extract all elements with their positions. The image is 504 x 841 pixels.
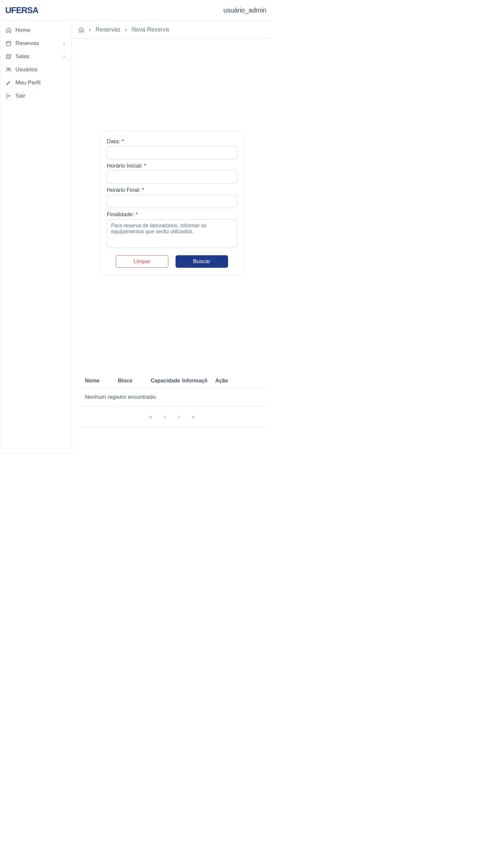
breadcrumb-item[interactable]: Reservas bbox=[95, 26, 121, 33]
finalidade-label: Finalidade: * bbox=[107, 211, 237, 218]
data-label: Data: * bbox=[107, 138, 237, 145]
main-layout: Home Reservas Salas Usuários bbox=[0, 21, 272, 453]
pagination: « ‹ › » bbox=[78, 407, 265, 427]
search-button[interactable]: Buscar bbox=[176, 255, 228, 268]
header: UFERSA usuário_admin bbox=[0, 0, 272, 21]
column-nome: Nome bbox=[85, 378, 118, 384]
users-icon bbox=[5, 67, 12, 73]
logout-icon bbox=[5, 93, 12, 99]
svg-marker-4 bbox=[6, 54, 11, 59]
user-name[interactable]: usuário_admin bbox=[223, 6, 267, 14]
home-icon bbox=[5, 27, 12, 33]
table-empty-message: Nenhum registro encontrado. bbox=[78, 388, 265, 407]
clear-button[interactable]: Limpar bbox=[116, 255, 168, 268]
svg-rect-0 bbox=[6, 42, 11, 46]
horario-inicial-input[interactable] bbox=[107, 171, 237, 184]
column-acao: Ação bbox=[215, 378, 235, 384]
sidebar-item-label: Sair bbox=[15, 93, 25, 99]
chevron-right-icon bbox=[88, 28, 92, 32]
column-bloco: Bloco bbox=[118, 378, 150, 384]
finalidade-input[interactable] bbox=[107, 219, 237, 248]
form-card: Data: * Horário Inicial: * Horário Final… bbox=[100, 131, 244, 275]
sidebar-item-label: Usuários bbox=[15, 66, 37, 73]
pencil-icon bbox=[5, 80, 12, 86]
content: Reservas Nova Reserva Data: * Horário In… bbox=[72, 21, 272, 453]
svg-point-8 bbox=[9, 68, 11, 70]
page-next-button[interactable]: › bbox=[178, 413, 180, 420]
sidebar-item-reservas[interactable]: Reservas bbox=[0, 37, 72, 50]
sidebar-item-home[interactable]: Home bbox=[0, 24, 72, 37]
column-capacidade: Capacidade bbox=[150, 378, 182, 384]
chevron-right-icon bbox=[124, 28, 128, 32]
data-input[interactable] bbox=[107, 146, 237, 159]
sidebar-item-label: Salas bbox=[15, 53, 30, 60]
table-header: Nome Bloco Capacidade Informaçõ Ação bbox=[78, 374, 265, 388]
breadcrumb-item: Nova Reserva bbox=[131, 26, 169, 33]
calendar-icon bbox=[5, 40, 12, 46]
sidebar-item-label: Meu Perfil bbox=[15, 80, 41, 86]
sidebar: Home Reservas Salas Usuários bbox=[0, 21, 72, 453]
chevron-right-icon bbox=[62, 41, 66, 46]
horario-final-label: Horário Final: * bbox=[107, 187, 237, 193]
logo: UFERSA bbox=[5, 5, 38, 15]
sidebar-item-usuarios[interactable]: Usuários bbox=[0, 63, 72, 76]
sidebar-item-meu-perfil[interactable]: Meu Perfil bbox=[0, 76, 72, 89]
breadcrumb: Reservas Nova Reserva bbox=[72, 21, 272, 39]
map-icon bbox=[5, 54, 12, 59]
sidebar-item-salas[interactable]: Salas bbox=[0, 50, 72, 63]
sidebar-item-label: Reservas bbox=[15, 40, 39, 47]
sidebar-item-sair[interactable]: Sair bbox=[0, 89, 72, 103]
page-first-button[interactable]: « bbox=[149, 413, 152, 420]
table-area: Nome Bloco Capacidade Informaçõ Ação Nen… bbox=[78, 374, 265, 427]
horario-final-input[interactable] bbox=[107, 195, 237, 208]
svg-point-7 bbox=[7, 68, 9, 70]
chevron-right-icon bbox=[62, 54, 66, 59]
sidebar-item-label: Home bbox=[15, 27, 30, 34]
page-prev-button[interactable]: ‹ bbox=[164, 413, 166, 420]
page-last-button[interactable]: » bbox=[192, 413, 195, 420]
column-informacoes: Informaçõ bbox=[182, 378, 215, 384]
horario-inicial-label: Horário Inicial: * bbox=[107, 162, 237, 169]
home-icon[interactable] bbox=[78, 27, 84, 33]
